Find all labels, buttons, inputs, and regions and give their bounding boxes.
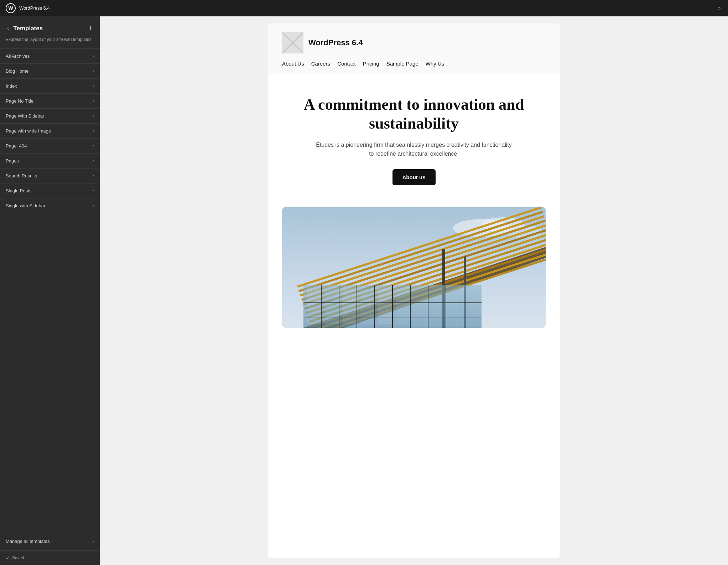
template-label: Page: 404 [6,143,27,149]
wp-logo[interactable]: W [6,3,16,13]
site-branding: WordPress 6.4 [282,32,546,53]
template-label: Single with Sidebar [6,203,45,208]
svg-rect-25 [396,289,410,324]
list-item: Blog Home › [0,63,100,78]
svg-rect-21 [325,289,339,324]
svg-rect-23 [360,289,375,324]
preview-card: WordPress 6.4 About Us Careers Contact P… [268,24,560,558]
template-label: Index [6,83,17,89]
template-label: Blog Home [6,68,28,74]
sidebar-footer: Manage all templates › [0,532,100,550]
template-page-no-title[interactable]: Page No Title › [0,94,100,108]
sidebar-heading: Templates [13,25,43,32]
site-nav: About Us Careers Contact Pricing Sample … [282,61,546,67]
sidebar-header-left: ‹ Templates [6,25,43,32]
template-list: All Archives › Blog Home › Index › Page … [0,48,100,532]
top-bar-left: W WordPress 6.4 [6,3,50,13]
template-search-results[interactable]: Search Results › [0,169,100,183]
list-item: Search Results › [0,168,100,183]
template-pages[interactable]: Pages › [0,154,100,168]
chevron-right-icon: › [93,173,94,178]
image-section [268,199,560,342]
list-item: Page: 404 › [0,138,100,153]
nav-contact[interactable]: Contact [337,61,356,67]
main-preview: WordPress 6.4 About Us Careers Contact P… [100,16,728,565]
list-item: All Archives › [0,48,100,63]
chevron-right-icon: › [93,188,94,193]
top-bar-title: WordPress 6.4 [19,5,50,11]
nav-about-us[interactable]: About Us [282,61,304,67]
list-item: Single Posts › [0,183,100,198]
back-button[interactable]: ‹ [6,25,10,32]
manage-templates-link[interactable]: Manage all templates › [6,537,94,545]
template-all-archives[interactable]: All Archives › [0,49,100,63]
template-label: All Archives [6,53,30,59]
template-blog-home[interactable]: Blog Home › [0,64,100,78]
saved-bar: ✓ Saved [0,550,100,565]
chevron-right-icon: › [93,83,94,88]
manage-templates-label: Manage all templates [6,539,50,544]
chevron-right-icon: › [93,143,94,148]
site-header: WordPress 6.4 About Us Careers Contact P… [268,24,560,74]
template-label: Page with wide Image [6,128,51,134]
top-bar: W WordPress 6.4 ⌕ [0,0,728,16]
template-page-404[interactable]: Page: 404 › [0,139,100,153]
template-label: Pages [6,158,19,164]
list-item: Index › [0,78,100,93]
template-label: Page No Title [6,98,33,104]
nav-why-us[interactable]: Why Us [426,61,444,67]
list-item: Page No Title › [0,93,100,108]
nav-careers[interactable]: Careers [311,61,330,67]
chevron-right-icon: › [93,98,94,103]
about-us-button[interactable]: About us [392,169,436,185]
chevron-right-icon: › [93,539,94,544]
chevron-right-icon: › [93,203,94,208]
saved-label: Saved [12,555,24,560]
hero-title: A commitment to innovation and sustainab… [282,95,546,133]
chevron-right-icon: › [93,158,94,163]
svg-rect-24 [378,289,392,324]
hero-section: A commitment to innovation and sustainab… [268,74,560,199]
sidebar: ‹ Templates + Express the layout of your… [0,16,100,565]
chevron-right-icon: › [93,68,94,73]
building-image [282,207,546,328]
template-page-with-sidebar[interactable]: Page With Sidebar › [0,109,100,123]
template-index[interactable]: Index › [0,79,100,93]
template-label: Search Results [6,173,37,178]
list-item: Page with wide Image › [0,123,100,138]
svg-rect-22 [343,289,357,324]
nav-sample-page[interactable]: Sample Page [386,61,418,67]
template-page-wide-image[interactable]: Page with wide Image › [0,124,100,138]
template-single-sidebar[interactable]: Single with Sidebar › [0,198,100,213]
site-logo [282,32,303,53]
nav-pricing[interactable]: Pricing [363,61,379,67]
sidebar-header: ‹ Templates + [0,16,100,35]
template-label: Page With Sidebar [6,113,44,119]
search-button[interactable]: ⌕ [716,4,722,13]
saved-check-icon: ✓ [6,555,10,561]
template-label: Single Posts [6,188,31,193]
chevron-right-icon: › [93,128,94,133]
add-template-button[interactable]: + [87,24,94,33]
template-single-posts[interactable]: Single Posts › [0,183,100,198]
svg-rect-20 [307,289,321,324]
site-name: WordPress 6.4 [308,38,363,47]
list-item: Page With Sidebar › [0,108,100,123]
chevron-right-icon: › [93,113,94,118]
chevron-right-icon: › [93,53,94,58]
list-item: Single with Sidebar › [0,198,100,213]
list-item: Pages › [0,153,100,168]
sidebar-description: Express the layout of your site with tem… [0,35,100,48]
hero-description: Études is a pioneering firm that seamles… [314,140,514,159]
